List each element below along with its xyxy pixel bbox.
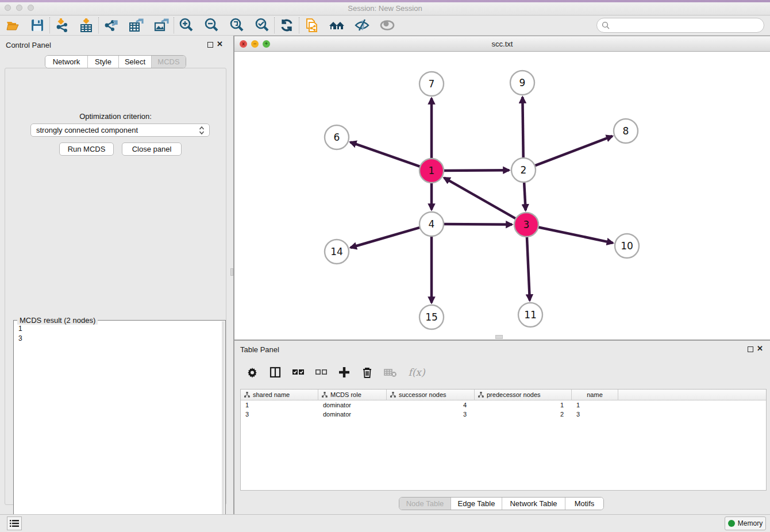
zoom-fit-icon[interactable] <box>228 17 245 34</box>
delete-icon[interactable] <box>360 365 375 380</box>
duplicate-network-icon[interactable] <box>303 17 320 34</box>
tab-network[interactable]: Network <box>45 56 88 68</box>
export-network-icon[interactable] <box>102 17 120 34</box>
column-type-icon <box>390 392 396 398</box>
window-title: Session: New Session <box>0 4 770 13</box>
graph-edge-1-2[interactable] <box>442 170 509 171</box>
search-input[interactable] <box>610 20 764 31</box>
tab-node-table[interactable]: Node Table <box>399 498 451 510</box>
tab-edge-table[interactable]: Edge Table <box>451 498 502 510</box>
cell-shared-name[interactable]: 3 <box>241 411 318 418</box>
task-history-button[interactable] <box>7 516 22 530</box>
cell-successor-nodes[interactable]: 3 <box>387 411 475 418</box>
graph-edge-3-10[interactable] <box>537 227 613 243</box>
zoom-in-icon[interactable] <box>178 17 195 34</box>
column-type-icon <box>478 392 484 398</box>
column-header-name[interactable]: name <box>572 390 618 400</box>
cell-predecessor-nodes[interactable]: 2 <box>475 411 572 418</box>
column-header-mcds-role[interactable]: MCDS role <box>318 390 387 400</box>
close-table-panel-icon[interactable]: ✕ <box>757 344 763 353</box>
cell-mcds-role[interactable]: dominator <box>318 411 387 418</box>
dropdown-stepper-icon <box>199 126 205 135</box>
network-view-title: scc.txt <box>234 40 770 48</box>
graph-node-label-11: 11 <box>524 309 537 321</box>
toolbar-separator <box>299 17 299 33</box>
tab-select[interactable]: Select <box>119 56 152 68</box>
search-icon <box>602 21 610 30</box>
search-box[interactable] <box>596 18 764 33</box>
network-canvas[interactable]: 7968124314101511 <box>234 52 769 340</box>
status-bar: Memory <box>0 514 770 532</box>
main-toolbar <box>0 16 770 36</box>
graph-edge-3-1[interactable] <box>444 178 517 219</box>
gear-icon[interactable] <box>245 365 260 380</box>
cell-name[interactable]: 1 <box>572 402 618 408</box>
show-eye-icon[interactable] <box>379 17 396 34</box>
column-header-successor-nodes[interactable]: successor nodes <box>387 390 475 400</box>
close-panel-icon[interactable]: ✕ <box>217 40 223 48</box>
mcds-result-scrollbar[interactable] <box>222 321 225 532</box>
mcds-result-box[interactable]: MCDS result (2 nodes) 13 <box>13 320 226 532</box>
table-row[interactable]: 3 dominator 3 2 3 <box>241 410 766 419</box>
graph-edge-4-14[interactable] <box>351 227 421 248</box>
table-row[interactable]: 1 dominator 4 1 1 <box>241 400 766 410</box>
open-file-icon[interactable] <box>5 17 22 34</box>
graph-edge-2-3[interactable] <box>524 181 526 210</box>
zoom-out-icon[interactable] <box>203 17 220 34</box>
graph-edge-2-9[interactable] <box>522 97 523 159</box>
home-icon[interactable] <box>328 17 345 34</box>
hide-eye-icon[interactable] <box>353 17 371 34</box>
memory-button[interactable]: Memory <box>725 516 766 530</box>
graph-node-label-3: 3 <box>523 219 530 230</box>
cell-successor-nodes[interactable]: 4 <box>387 402 475 408</box>
deselect-all-icon[interactable] <box>314 365 329 380</box>
tab-network-table[interactable]: Network Table <box>502 498 565 510</box>
graph-node-label-7: 7 <box>429 78 435 90</box>
tab-style[interactable]: Style <box>88 56 119 68</box>
tab-motifs[interactable]: Motifs <box>565 498 603 510</box>
close-panel-button[interactable]: Close panel <box>122 142 182 156</box>
splitter-handle[interactable] <box>230 268 233 276</box>
table-toolbar: f(x) <box>245 363 428 382</box>
column-type-icon <box>322 392 328 398</box>
window-titlebar: Session: New Session <box>0 0 770 16</box>
control-panel-tab-bar: Network Style Select MCDS <box>45 55 186 68</box>
control-panel-title: Control Panel <box>6 41 51 49</box>
graph-node-label-14: 14 <box>330 246 343 257</box>
export-image-icon[interactable] <box>153 17 170 34</box>
column-header-predecessor-nodes[interactable]: predecessor nodes <box>475 390 572 400</box>
mcds-panel-body: Optimization criterion: strongly connect… <box>5 68 226 505</box>
save-session-icon[interactable] <box>29 17 46 34</box>
vertical-splitter[interactable] <box>230 36 234 514</box>
run-mcds-button[interactable]: Run MCDS <box>59 142 114 156</box>
cell-mcds-role[interactable]: dominator <box>318 402 387 408</box>
criterion-dropdown[interactable]: strongly connected component <box>30 124 210 137</box>
import-table-icon[interactable] <box>78 17 95 34</box>
graph-edge-1-6[interactable] <box>351 142 421 167</box>
column-header-shared-name[interactable]: shared name <box>241 390 318 400</box>
add-column-icon[interactable] <box>337 365 352 380</box>
float-table-panel-icon[interactable] <box>748 346 753 352</box>
window-accent-strip <box>0 0 770 2</box>
column-layout-icon[interactable] <box>268 365 283 380</box>
cell-shared-name[interactable]: 1 <box>241 402 318 408</box>
graph-node-label-8: 8 <box>623 125 629 137</box>
refresh-layout-icon[interactable] <box>278 17 295 34</box>
zoom-selected-icon[interactable] <box>253 17 271 34</box>
memory-status-icon <box>728 520 735 527</box>
cell-predecessor-nodes[interactable]: 1 <box>475 402 572 408</box>
graph-edge-3-11[interactable] <box>527 236 530 300</box>
function-builder-icon: f(x) <box>406 365 428 380</box>
delete-table-icon <box>383 365 398 380</box>
cell-name[interactable]: 3 <box>572 411 618 418</box>
select-all-icon[interactable] <box>291 365 306 380</box>
graph-edge-2-8[interactable] <box>534 136 613 166</box>
import-network-icon[interactable] <box>53 17 71 34</box>
canvas-resize-handle[interactable] <box>495 335 503 339</box>
float-panel-icon[interactable] <box>207 42 213 48</box>
graph-edge-4-3[interactable] <box>442 224 512 225</box>
tab-mcds[interactable]: MCDS <box>152 56 186 68</box>
graph-node-label-9: 9 <box>519 77 526 88</box>
export-table-icon[interactable] <box>128 17 145 34</box>
optimization-criterion-label: Optimization criterion: <box>5 112 226 121</box>
